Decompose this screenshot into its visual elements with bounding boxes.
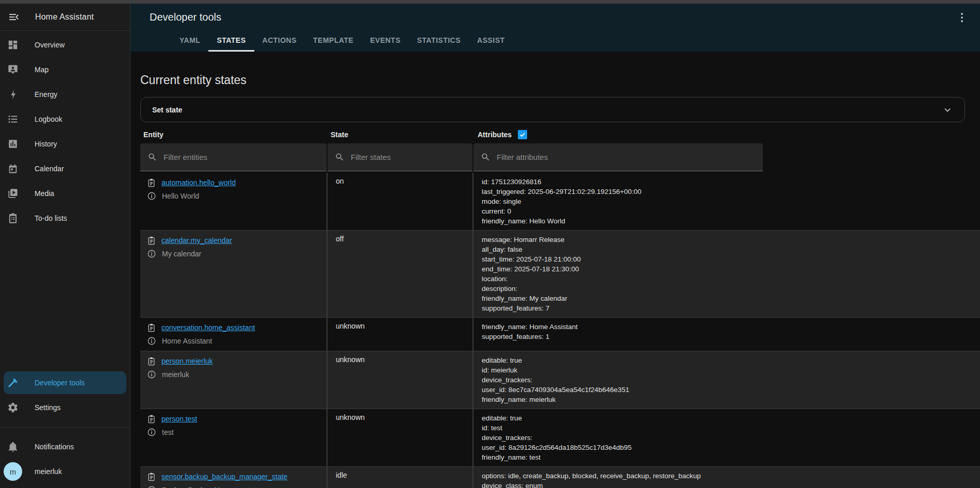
entity-friendly-name: Backup Backup Manager state — [162, 486, 260, 488]
overflow-menu-button[interactable] — [955, 11, 969, 24]
info-icon[interactable] — [147, 485, 156, 488]
entity-friendly-name: meierluk — [162, 370, 189, 379]
search-icon — [335, 152, 345, 162]
attribute-line: id: meierluk — [482, 365, 755, 375]
info-icon[interactable] — [147, 370, 156, 379]
page-title: Developer tools — [150, 11, 221, 23]
attribute-line: id: test — [482, 423, 755, 433]
attribute-line: end_time: 2025-07-18 21:30:00 — [482, 264, 755, 274]
entity-id-link[interactable]: calendar.my_calendar — [161, 236, 232, 245]
sidebar-item-overview[interactable]: Overview — [0, 32, 130, 57]
attribute-line: description: — [482, 284, 755, 294]
app: Home Assistant Overview Map Energy Logbo… — [0, 4, 980, 488]
tab-label: STATES — [217, 36, 246, 44]
tab-template[interactable]: TEMPLATE — [305, 30, 362, 52]
attributes-checkbox[interactable] — [518, 130, 527, 139]
tab-label: EVENTS — [370, 36, 400, 44]
tab-events[interactable]: EVENTS — [362, 30, 409, 52]
sidebar-item-label: Overview — [35, 41, 64, 49]
info-icon[interactable] — [147, 428, 156, 437]
column-header-state: State — [328, 131, 473, 139]
filter-attributes-input[interactable] — [497, 153, 756, 161]
entity-id-link[interactable]: person.test — [161, 415, 197, 423]
tab-states[interactable]: STATES — [208, 30, 254, 52]
sidebar-item-calendar[interactable]: Calendar — [0, 156, 130, 181]
attribute-line: friendly_name: meierluk — [482, 395, 755, 404]
attribute-line: start_time: 2025-07-18 21:00:00 — [482, 254, 755, 264]
sidebar-item-label: History — [35, 140, 57, 148]
info-icon[interactable] — [147, 249, 156, 258]
copy-clipboard-icon[interactable] — [146, 236, 156, 246]
tab-statistics[interactable]: STATISTICS — [409, 30, 469, 52]
attribute-line: friendly_name: test — [482, 452, 755, 462]
states-page: Current entity states Set state Entity S… — [130, 52, 980, 488]
entity-id-link[interactable]: automation.hello_world — [161, 178, 236, 187]
entity-id-link[interactable]: conversation.home_assistant — [161, 323, 255, 332]
attribute-line: supported_features: 7 — [482, 303, 755, 313]
sidebar-item-label: Media — [35, 189, 54, 198]
sidebar-bottom: Developer tools Settings Notifications m… — [0, 371, 130, 488]
attribute-line: editable: true — [482, 355, 755, 365]
sidebar-item-label: To-do lists — [35, 214, 67, 222]
entity-id-link[interactable]: sensor.backup_backup_manager_state — [161, 473, 287, 481]
attribute-line: supported_features: 1 — [482, 332, 755, 341]
sidebar-item-media[interactable]: Media — [0, 181, 130, 206]
entity-friendly-name: Home Assistant — [162, 337, 212, 345]
column-header-entity: Entity — [140, 131, 328, 139]
attribute-line: message: Homarr Release — [482, 235, 755, 245]
search-icon — [148, 152, 157, 162]
tab-assist[interactable]: ASSIST — [469, 30, 513, 52]
sidebar-item-notifications[interactable]: Notifications — [0, 434, 130, 459]
sidebar-item-energy[interactable]: Energy — [0, 82, 130, 107]
copy-clipboard-icon[interactable] — [146, 178, 156, 188]
lightning-icon — [7, 89, 19, 100]
sidebar-divider-bottom — [0, 427, 130, 428]
sidebar-item-history[interactable]: History — [0, 132, 130, 156]
tab-label: ASSIST — [477, 36, 505, 44]
copy-clipboard-icon[interactable] — [146, 356, 156, 366]
sidebar-item-todo-lists[interactable]: To-do lists — [0, 206, 130, 231]
copy-clipboard-icon[interactable] — [146, 323, 156, 333]
column-header-attributes: Attributes — [473, 130, 763, 139]
chart-box-icon — [7, 138, 19, 150]
main-content: Developer tools YAML STATES ACTIONS TEMP… — [130, 4, 980, 488]
tab-yaml[interactable]: YAML — [171, 30, 208, 52]
sidebar-item-label: Notifications — [35, 443, 74, 451]
dashboard-icon — [7, 39, 19, 51]
avatar: m — [4, 462, 22, 481]
sidebar-item-user-profile[interactable]: m meierluk — [0, 459, 130, 484]
state-filter-field — [328, 143, 472, 171]
entity-state: unknown — [328, 409, 473, 466]
copy-clipboard-icon[interactable] — [146, 472, 156, 482]
attribute-line: mode: single — [482, 197, 755, 206]
copy-clipboard-icon[interactable] — [146, 414, 156, 424]
entity-row-sensor-backup-backup-manager-state: sensor.backup_backup_manager_state Backu… — [140, 466, 980, 488]
sidebar-item-label: Energy — [35, 90, 57, 99]
info-icon[interactable] — [147, 336, 156, 346]
sidebar-item-label: Calendar — [35, 165, 64, 173]
entity-state: idle — [328, 467, 473, 488]
tab-actions[interactable]: ACTIONS — [254, 30, 305, 52]
sidebar-item-settings[interactable]: Settings — [0, 395, 130, 420]
entity-state: on — [328, 173, 473, 230]
attribute-line: id: 1751230926816 — [482, 177, 755, 187]
entity-id-link[interactable]: person.meierluk — [161, 357, 213, 365]
sidebar-item-label: Settings — [35, 403, 61, 412]
entity-attributes: editable: trueid: meierlukdevice_tracker… — [473, 351, 763, 409]
section-heading: Current entity states — [140, 73, 980, 87]
list-icon — [7, 113, 19, 125]
filter-states-input[interactable] — [351, 153, 465, 161]
attribute-line: device_class: enum — [482, 481, 755, 488]
menu-toggle-button[interactable] — [8, 11, 20, 23]
attribute-line: user_id: 8a29126c2d564da18b525c17d3e4db9… — [482, 443, 755, 452]
set-state-expander[interactable]: Set state — [140, 97, 965, 122]
entity-friendly-name: Hello World — [162, 192, 199, 200]
sidebar-item-logbook[interactable]: Logbook — [0, 107, 130, 132]
clipboard-list-icon — [7, 213, 19, 224]
sidebar-item-developer-tools[interactable]: Developer tools — [4, 371, 126, 394]
sidebar-item-map[interactable]: Map — [0, 57, 130, 82]
filter-entities-input[interactable] — [164, 153, 319, 161]
entity-state: unknown — [328, 318, 473, 351]
play-box-icon — [7, 188, 19, 199]
info-icon[interactable] — [147, 191, 156, 201]
